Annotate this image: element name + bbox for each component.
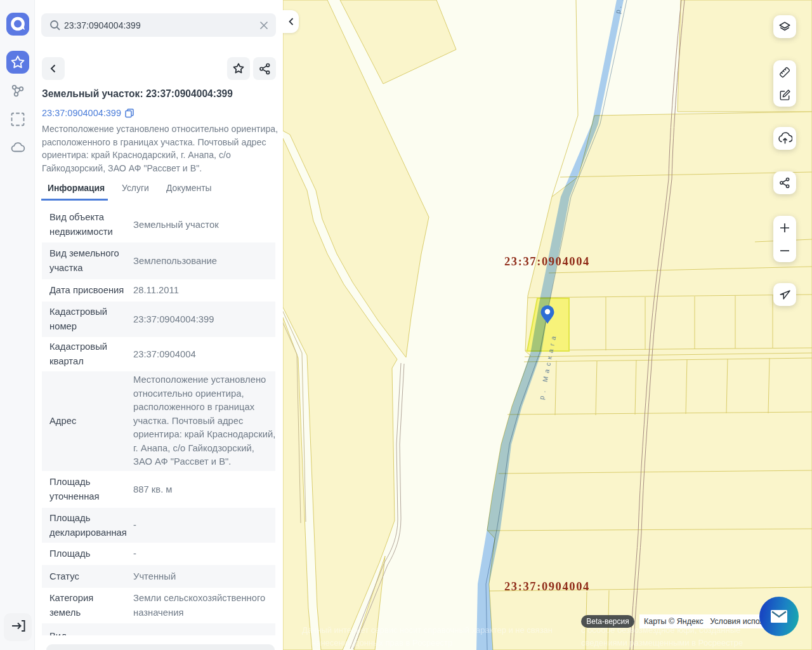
svg-text:сведениями размещенными в Роср: сведениями размещенными в Росреестре	[581, 638, 743, 647]
svg-text:23:37:0904004: 23:37:0904004	[504, 255, 590, 268]
svg-text:нанесении донных прав в Росрее: нанесении донных прав в Росреестр	[311, 638, 452, 647]
svg-text:р. Маскага: р. Маскага	[613, 0, 632, 14]
svg-text:Данный интернет сервис носит с: Данный интернет сервис носит справочный …	[302, 625, 553, 635]
svg-text:23:37:0904004: 23:37:0904004	[504, 580, 590, 593]
